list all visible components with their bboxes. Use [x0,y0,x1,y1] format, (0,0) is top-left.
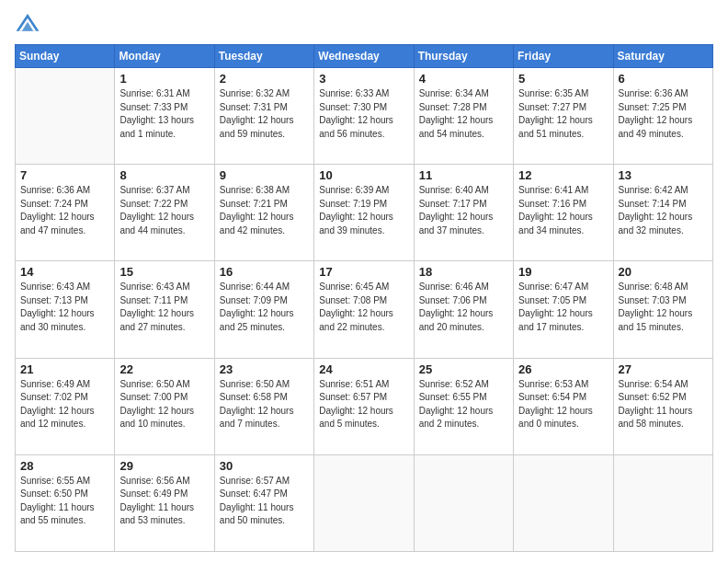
header-sunday: Sunday [16,45,115,68]
calendar-cell: 9Sunrise: 6:38 AM Sunset: 7:21 PM Daylig… [214,165,313,261]
calendar-cell: 6Sunrise: 6:36 AM Sunset: 7:25 PM Daylig… [613,68,712,165]
calendar-cell: 30Sunrise: 6:57 AM Sunset: 6:47 PM Dayli… [214,454,313,551]
day-info: Sunrise: 6:36 AM Sunset: 7:25 PM Dayligh… [619,87,708,141]
calendar-cell: 26Sunrise: 6:53 AM Sunset: 6:54 PM Dayli… [514,358,613,454]
calendar-cell [314,454,414,551]
calendar-week-3: 14Sunrise: 6:43 AM Sunset: 7:13 PM Dayli… [16,261,713,358]
day-number: 15 [119,265,209,279]
day-info: Sunrise: 6:55 AM Sunset: 6:50 PM Dayligh… [20,475,109,528]
calendar-cell: 16Sunrise: 6:44 AM Sunset: 7:09 PM Dayli… [214,261,313,358]
calendar-cell [16,68,115,165]
calendar-cell: 11Sunrise: 6:40 AM Sunset: 7:17 PM Dayli… [414,165,513,261]
day-info: Sunrise: 6:49 AM Sunset: 7:02 PM Dayligh… [20,378,109,431]
day-number: 29 [119,459,209,473]
day-info: Sunrise: 6:46 AM Sunset: 7:06 PM Dayligh… [419,281,508,334]
day-number: 14 [20,265,109,279]
calendar-week-1: 1Sunrise: 6:31 AM Sunset: 7:33 PM Daylig… [16,68,713,165]
day-number: 17 [319,265,408,279]
day-number: 27 [619,362,708,376]
day-number: 30 [220,459,309,473]
day-number: 25 [419,362,508,376]
calendar-cell: 23Sunrise: 6:50 AM Sunset: 6:58 PM Dayli… [214,358,313,454]
day-number: 1 [119,72,209,86]
day-info: Sunrise: 6:32 AM Sunset: 7:31 PM Dayligh… [220,87,309,141]
calendar-week-4: 21Sunrise: 6:49 AM Sunset: 7:02 PM Dayli… [16,358,713,454]
calendar-body: 1Sunrise: 6:31 AM Sunset: 7:33 PM Daylig… [16,68,713,552]
header-monday: Monday [115,45,214,68]
calendar-cell: 28Sunrise: 6:55 AM Sunset: 6:50 PM Dayli… [16,454,115,551]
calendar-cell: 25Sunrise: 6:52 AM Sunset: 6:55 PM Dayli… [414,358,513,454]
day-number: 6 [619,72,708,86]
day-info: Sunrise: 6:39 AM Sunset: 7:19 PM Dayligh… [319,184,408,237]
calendar-cell: 18Sunrise: 6:46 AM Sunset: 7:06 PM Dayli… [414,261,513,358]
day-info: Sunrise: 6:36 AM Sunset: 7:24 PM Dayligh… [20,184,109,237]
day-info: Sunrise: 6:41 AM Sunset: 7:16 PM Dayligh… [518,184,608,237]
calendar-cell: 14Sunrise: 6:43 AM Sunset: 7:13 PM Dayli… [16,261,115,358]
calendar-week-5: 28Sunrise: 6:55 AM Sunset: 6:50 PM Dayli… [16,454,713,551]
day-info: Sunrise: 6:52 AM Sunset: 6:55 PM Dayligh… [419,378,508,431]
day-number: 3 [319,72,408,86]
day-info: Sunrise: 6:38 AM Sunset: 7:21 PM Dayligh… [220,184,309,237]
day-info: Sunrise: 6:35 AM Sunset: 7:27 PM Dayligh… [518,87,608,141]
day-number: 24 [319,362,408,376]
day-info: Sunrise: 6:42 AM Sunset: 7:14 PM Dayligh… [619,184,708,237]
day-number: 22 [119,362,209,376]
day-number: 18 [419,265,508,279]
day-number: 28 [20,459,109,473]
day-info: Sunrise: 6:31 AM Sunset: 7:33 PM Dayligh… [119,87,209,141]
calendar-cell: 24Sunrise: 6:51 AM Sunset: 6:57 PM Dayli… [314,358,414,454]
day-info: Sunrise: 6:33 AM Sunset: 7:30 PM Dayligh… [319,87,408,141]
day-number: 4 [419,72,508,86]
calendar-cell: 20Sunrise: 6:48 AM Sunset: 7:03 PM Dayli… [613,261,712,358]
day-number: 19 [518,265,608,279]
calendar-cell: 13Sunrise: 6:42 AM Sunset: 7:14 PM Dayli… [613,165,712,261]
calendar-cell: 1Sunrise: 6:31 AM Sunset: 7:33 PM Daylig… [115,68,214,165]
day-info: Sunrise: 6:50 AM Sunset: 7:00 PM Dayligh… [119,378,209,431]
day-number: 8 [119,168,209,182]
day-info: Sunrise: 6:45 AM Sunset: 7:08 PM Dayligh… [319,281,408,334]
calendar-cell: 8Sunrise: 6:37 AM Sunset: 7:22 PM Daylig… [115,165,214,261]
calendar-cell: 7Sunrise: 6:36 AM Sunset: 7:24 PM Daylig… [16,165,115,261]
day-info: Sunrise: 6:53 AM Sunset: 6:54 PM Dayligh… [518,378,608,431]
header-saturday: Saturday [613,45,712,68]
calendar-cell: 10Sunrise: 6:39 AM Sunset: 7:19 PM Dayli… [314,165,414,261]
day-info: Sunrise: 6:44 AM Sunset: 7:09 PM Dayligh… [220,281,309,334]
header-row: Sunday Monday Tuesday Wednesday Thursday… [16,45,713,68]
day-number: 23 [220,362,309,376]
page: Sunday Monday Tuesday Wednesday Thursday… [0,0,728,563]
day-number: 5 [518,72,608,86]
day-info: Sunrise: 6:43 AM Sunset: 7:13 PM Dayligh… [20,281,109,334]
header-wednesday: Wednesday [314,45,414,68]
calendar-cell: 15Sunrise: 6:43 AM Sunset: 7:11 PM Dayli… [115,261,214,358]
calendar-cell: 22Sunrise: 6:50 AM Sunset: 7:00 PM Dayli… [115,358,214,454]
header [15,11,713,37]
day-number: 12 [518,168,608,182]
header-tuesday: Tuesday [214,45,313,68]
calendar-cell: 3Sunrise: 6:33 AM Sunset: 7:30 PM Daylig… [314,68,414,165]
day-info: Sunrise: 6:54 AM Sunset: 6:52 PM Dayligh… [619,378,708,431]
logo [15,11,44,37]
header-thursday: Thursday [414,45,513,68]
calendar-cell: 4Sunrise: 6:34 AM Sunset: 7:28 PM Daylig… [414,68,513,165]
calendar-cell [613,454,712,551]
header-friday: Friday [514,45,613,68]
logo-icon [15,11,40,37]
calendar-header: Sunday Monday Tuesday Wednesday Thursday… [16,45,713,68]
calendar-cell: 29Sunrise: 6:56 AM Sunset: 6:49 PM Dayli… [115,454,214,551]
calendar-cell: 12Sunrise: 6:41 AM Sunset: 7:16 PM Dayli… [514,165,613,261]
day-info: Sunrise: 6:56 AM Sunset: 6:49 PM Dayligh… [119,475,209,528]
calendar-cell: 17Sunrise: 6:45 AM Sunset: 7:08 PM Dayli… [314,261,414,358]
calendar-cell: 21Sunrise: 6:49 AM Sunset: 7:02 PM Dayli… [16,358,115,454]
day-info: Sunrise: 6:57 AM Sunset: 6:47 PM Dayligh… [220,475,309,528]
calendar-cell: 5Sunrise: 6:35 AM Sunset: 7:27 PM Daylig… [514,68,613,165]
day-info: Sunrise: 6:34 AM Sunset: 7:28 PM Dayligh… [419,87,508,141]
day-number: 2 [220,72,309,86]
day-info: Sunrise: 6:43 AM Sunset: 7:11 PM Dayligh… [119,281,209,334]
calendar-cell [414,454,513,551]
day-info: Sunrise: 6:50 AM Sunset: 6:58 PM Dayligh… [220,378,309,431]
day-info: Sunrise: 6:40 AM Sunset: 7:17 PM Dayligh… [419,184,508,237]
calendar-cell: 19Sunrise: 6:47 AM Sunset: 7:05 PM Dayli… [514,261,613,358]
day-number: 13 [619,168,708,182]
day-info: Sunrise: 6:51 AM Sunset: 6:57 PM Dayligh… [319,378,408,431]
day-number: 16 [220,265,309,279]
